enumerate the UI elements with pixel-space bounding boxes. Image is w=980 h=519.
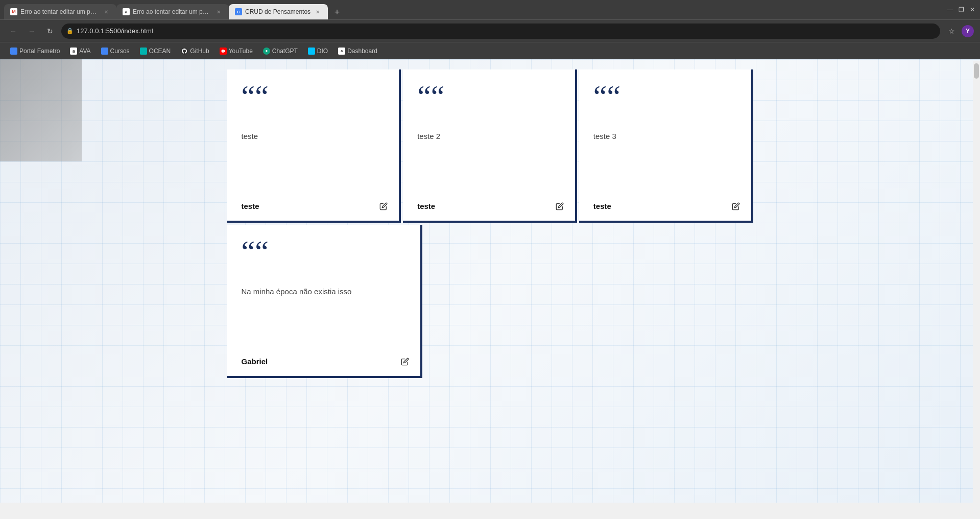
card-2-content: teste 2 [417, 132, 561, 198]
card-1-author: teste [242, 202, 385, 210]
tab-1-title: Erro ao tentar editar um pensa... [20, 8, 99, 15]
bookmark-ava[interactable]: a AVA [66, 45, 94, 57]
chatgpt-favicon: ● [263, 48, 270, 55]
bookmark-github-label: GitHub [190, 48, 209, 55]
nav-bar: ← → ↻ 🔒 127.0.0.1:5500/index.html ☆ Y [0, 19, 980, 42]
scrollbar[interactable] [973, 61, 980, 505]
bookmark-ocean[interactable]: OCEAN [136, 45, 175, 57]
close-button[interactable]: ✕ [969, 6, 976, 13]
minimize-button[interactable]: — [946, 6, 953, 13]
youtube-favicon [220, 48, 227, 55]
card-3-edit-button[interactable] [729, 199, 743, 214]
tab-2[interactable]: a Erro ao tentar editar um pensa... ✕ [116, 4, 229, 19]
bookmark-dashboard[interactable]: a Dashboard [334, 45, 381, 57]
tab-3-title: CRUD de Pensamentos [245, 8, 310, 15]
lock-icon: 🔒 [66, 28, 74, 34]
nav-right: ☆ Y [944, 24, 974, 38]
ava-favicon: a [70, 48, 77, 55]
scrollbar-thumb[interactable] [974, 63, 979, 79]
dashboard-favicon: a [338, 48, 345, 55]
ocean-favicon [140, 48, 147, 55]
window-controls: — ❐ ✕ [946, 6, 976, 13]
bookmark-ocean-label: OCEAN [149, 48, 171, 55]
bookmark-portal-fametro[interactable]: Portal Fametro [6, 45, 64, 57]
reload-button[interactable]: ↻ [43, 24, 57, 38]
bookmark-dashboard-label: Dashboard [347, 48, 377, 55]
thought-card-3: ““ teste 3 teste [579, 69, 753, 223]
tab-3-close[interactable]: ✕ [314, 8, 322, 16]
bookmark-dio-label: DIO [317, 48, 328, 55]
bookmark-chatgpt[interactable]: ● ChatGPT [259, 45, 302, 57]
card-3-content: teste 3 [593, 132, 737, 198]
bookmark-github[interactable]: GitHub [177, 45, 213, 57]
card-4-author: Gabriel [242, 357, 406, 366]
tab-1-favicon: M [10, 8, 17, 15]
cards-area: ““ teste teste ““ teste 2 teste [146, 59, 835, 388]
tab-2-close[interactable]: ✕ [214, 8, 223, 16]
bookmark-cursos[interactable]: Cursos [97, 45, 134, 57]
bookmark-dio[interactable]: DIO [304, 45, 332, 57]
dio-favicon [308, 48, 315, 55]
back-button[interactable]: ← [6, 24, 20, 38]
quote-icon-3: ““ [593, 84, 737, 108]
card-2-author: teste [417, 202, 561, 210]
tab-3[interactable]: C CRUD de Pensamentos ✕ [229, 4, 328, 19]
card-1-content: teste [242, 132, 385, 198]
github-favicon [181, 48, 188, 55]
thought-card-1: ““ teste teste [227, 69, 401, 223]
quote-icon-4: ““ [242, 239, 406, 264]
tab-1-close[interactable]: ✕ [102, 8, 110, 16]
tab-bar: M Erro ao tentar editar um pensa... ✕ a … [4, 0, 942, 19]
portal-favicon [10, 48, 17, 55]
new-tab-button[interactable]: + [330, 5, 344, 19]
tab-3-favicon: C [235, 8, 242, 15]
tab-2-title: Erro ao tentar editar um pensa... [133, 8, 211, 15]
browser-frame: M Erro ao tentar editar um pensa... ✕ a … [0, 0, 980, 59]
empty-grid-area [424, 225, 753, 378]
bookmark-youtube-label: YouTube [229, 48, 253, 55]
title-bar: M Erro ao tentar editar um pensa... ✕ a … [0, 0, 980, 19]
bookmark-chatgpt-label: ChatGPT [272, 48, 298, 55]
page-content: ““ teste teste ““ teste 2 teste [0, 59, 980, 503]
bookmark-ava-label: AVA [79, 48, 90, 55]
cards-row-2: ““ Na minha época não existia isso Gabri… [227, 225, 753, 378]
card-1-edit-button[interactable] [376, 199, 391, 214]
tab-2-favicon: a [123, 8, 130, 15]
cursos-favicon [101, 48, 108, 55]
card-2-edit-button[interactable] [553, 199, 567, 214]
maximize-button[interactable]: ❐ [958, 6, 965, 13]
thought-card-2: ““ teste 2 teste [403, 69, 577, 223]
card-3-author: teste [593, 202, 737, 210]
profile-avatar[interactable]: Y [962, 25, 974, 37]
bookmarks-bar: Portal Fametro a AVA Cursos OCEAN GitHub… [0, 42, 980, 59]
bookmark-portal-label: Portal Fametro [19, 48, 60, 55]
card-4-edit-button[interactable] [398, 355, 412, 369]
background-image [0, 59, 82, 161]
forward-button[interactable]: → [25, 24, 39, 38]
bookmark-star-button[interactable]: ☆ [944, 24, 959, 38]
tab-1[interactable]: M Erro ao tentar editar um pensa... ✕ [4, 4, 116, 19]
bookmark-youtube[interactable]: YouTube [216, 45, 257, 57]
bookmark-cursos-label: Cursos [110, 48, 130, 55]
cards-row-1: ““ teste teste ““ teste 2 teste [227, 69, 753, 223]
quote-icon-1: ““ [242, 84, 385, 108]
address-bar[interactable]: 🔒 127.0.0.1:5500/index.html [61, 23, 940, 39]
quote-icon-2: ““ [417, 84, 561, 108]
address-text: 127.0.0.1:5500/index.html [77, 27, 935, 35]
thought-card-4: ““ Na minha época não existia isso Gabri… [227, 225, 422, 378]
card-4-content: Na minha época não existia isso [242, 287, 406, 353]
